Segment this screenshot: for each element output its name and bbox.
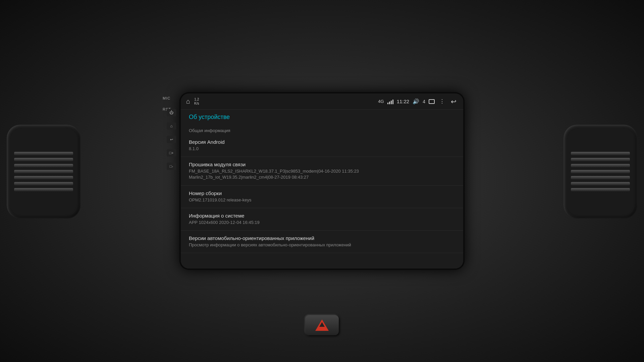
car-surround: MIC RST ⏻ ⌂ ↩ □+ □- — [0, 0, 644, 362]
speed-indicator: 1.2 K/s — [194, 98, 199, 106]
android-screen: ⌂ 1.2 K/s 4G — [181, 94, 463, 268]
signal-bar-2 — [389, 102, 390, 104]
volume-level: 4 — [423, 99, 425, 104]
section-header-label: Общая информация — [189, 128, 230, 133]
list-item[interactable]: Прошивка модуля связи FM_BASE_18A_RLS2_I… — [181, 157, 463, 185]
more-button[interactable]: ⋮ — [438, 98, 446, 105]
signal-bars — [387, 99, 393, 104]
item-title-android: Версия Android — [189, 139, 455, 145]
speed-unit: K/s — [194, 102, 199, 106]
status-left: ⌂ 1.2 K/s — [186, 98, 199, 106]
list-item[interactable]: Версии автомобильно-ориентированных прил… — [181, 231, 463, 253]
time-display: 11:22 — [397, 99, 410, 104]
signal-bar-1 — [387, 103, 388, 104]
back-nav-button[interactable]: ↩ — [449, 97, 458, 106]
item-value-sysinfo: APP 1024x600 2020-12-04 16:45:19 — [189, 220, 455, 226]
hazard-button[interactable] — [305, 315, 339, 335]
item-title-build: Номер сборки — [189, 190, 455, 196]
item-title-firmware: Прошивка модуля связи — [189, 162, 455, 167]
item-title-sysinfo: Информация о системе — [189, 213, 455, 219]
item-value-build: OPM2.171019.012 release-keys — [189, 197, 455, 203]
content-area: Об устройстве Общая информация Версия An… — [181, 110, 463, 268]
speed-value: 1.2 — [194, 98, 199, 102]
volume-up-button[interactable]: □+ — [167, 149, 176, 157]
settings-list: Версия Android 8.1.0 Прошивка модуля свя… — [181, 134, 463, 253]
side-buttons: ⏻ ⌂ ↩ □+ □- — [167, 109, 176, 170]
network-label: 4G — [378, 99, 384, 104]
screen-bezel: MIC RST ⏻ ⌂ ↩ □+ □- — [179, 92, 465, 270]
section-header-general: Общая информация — [181, 125, 463, 134]
power-button[interactable]: ⏻ — [167, 109, 176, 116]
mic-label: MIC — [163, 96, 170, 100]
left-vent — [7, 125, 80, 219]
list-item[interactable]: Номер сборки OPM2.171019.012 release-key… — [181, 186, 463, 208]
home-icon[interactable]: ⌂ — [186, 98, 190, 105]
signal-bar-3 — [391, 101, 392, 104]
home-button[interactable]: ⌂ — [167, 122, 176, 130]
recents-button[interactable] — [429, 99, 435, 104]
list-item[interactable]: Версия Android 8.1.0 — [181, 134, 463, 157]
volume-down-button[interactable]: □- — [167, 163, 176, 170]
right-vent — [564, 125, 637, 219]
signal-bar-4 — [392, 100, 393, 104]
page-title: Об устройстве — [181, 110, 463, 125]
status-right: 4G 11:22 🔊 4 ⋮ — [378, 97, 458, 106]
item-value-appversions: Просмотр информации о версиях автомобиль… — [189, 242, 455, 248]
list-item[interactable]: Информация о системе APP 1024x600 2020-1… — [181, 208, 463, 231]
status-bar: ⌂ 1.2 K/s 4G — [181, 94, 463, 110]
volume-icon: 🔊 — [413, 98, 419, 105]
item-value-firmware: FM_BASE_18A_RLS2_ISHARKL2_W18.37.1_P3|sc… — [189, 168, 455, 180]
item-title-appversions: Версии автомобильно-ориентированных прил… — [189, 235, 455, 241]
back-button[interactable]: ↩ — [167, 136, 176, 143]
hazard-icon — [315, 319, 329, 331]
item-value-android: 8.1.0 — [189, 146, 455, 152]
